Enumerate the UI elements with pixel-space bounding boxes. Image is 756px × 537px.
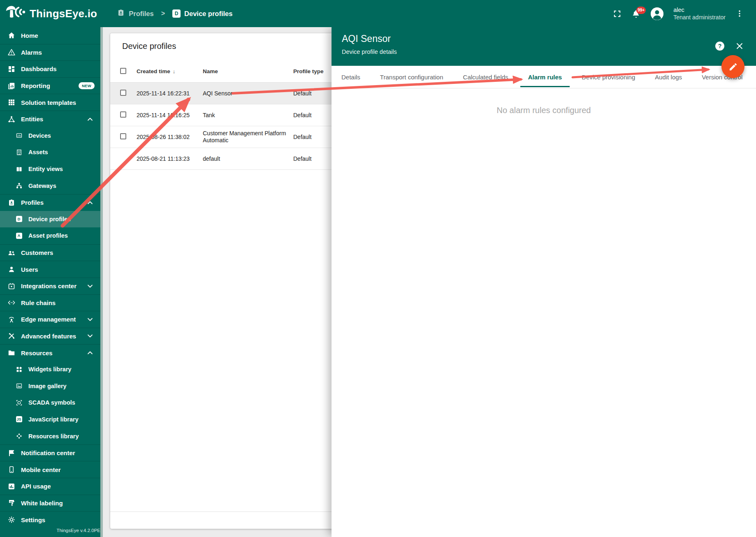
sidebar-item-javascript-library[interactable]: JSJavaScript library [0,411,100,428]
user-role: Tenant administrator [673,14,726,21]
tab-audit-logs[interactable]: Audit logs [645,66,692,88]
letter-A-icon: A [15,231,23,240]
chevron-down-icon [87,284,93,289]
sidebar-item-dashboards[interactable]: Dashboards [0,60,100,77]
app-logo[interactable]: ThingsEye.io [0,4,97,23]
notifications-bell-icon[interactable]: 99+ [631,9,641,19]
widgets-icon [15,365,23,373]
column-header-name[interactable]: Name [203,68,293,74]
breadcrumb-profiles[interactable]: Profiles [117,9,154,19]
sidebar-item-settings[interactable]: Settings [0,511,100,528]
table-row-tank[interactable]: 2025-11-14 16:16:25TankDefault [110,104,340,126]
new-badge: NEW [79,82,95,89]
drawer-tabs: DetailsTransport configurationCalculated… [332,66,756,88]
table-row-aqi-sensor[interactable]: 2025-11-14 16:22:31AQI SensorDefault [110,83,340,104]
table-row-default[interactable]: 2025-08-21 11:13:23defaultDefault [110,148,340,170]
sidebar-item-scada-symbols[interactable]: SCADA symbols [0,394,100,411]
sidebar-item-mobile-center[interactable]: Mobile center [0,461,100,478]
sidebar-item-label: Users [21,266,38,273]
row-checkbox[interactable] [120,90,126,96]
row-checkbox[interactable] [120,111,126,118]
dashboards-icon [7,65,16,73]
sidebar-item-label: White labeling [21,500,63,507]
drawer-header: AQI Sensor Device profile details ? [332,27,756,66]
sidebar-item-label: JavaScript library [28,416,79,423]
avatar[interactable] [651,7,663,20]
edit-fab[interactable] [721,55,744,78]
sidebar-item-resources[interactable]: Resources [0,344,100,361]
sidebar-item-home[interactable]: Home [0,27,100,44]
edge-icon [7,315,16,324]
sidebar-item-rule-chains[interactable]: Rule chains [0,294,100,311]
sidebar-item-widgets-library[interactable]: Widgets library [0,361,100,378]
profiles-icon [7,199,16,207]
settings-icon [7,516,16,524]
sidebar-item-label: SCADA symbols [28,399,75,406]
close-icon[interactable] [735,42,744,50]
device-profile-icon: D [172,9,181,18]
breadcrumb-device-profiles-label: Device profiles [184,10,232,18]
user-menu[interactable]: alec Tenant administrator [673,6,726,21]
table-row-customer-management-platform-automatic[interactable]: 2025-08-26 11:38:02Customer Management P… [110,126,340,148]
sidebar-item-edge-management[interactable]: Edge management [0,311,100,328]
sidebar-item-devices[interactable]: Devices [0,127,100,144]
cell-created-time: 2025-11-14 16:16:25 [137,112,203,118]
sidebar-item-alarms[interactable]: Alarms [0,44,100,61]
sidebar-item-image-gallery[interactable]: Image gallery [0,377,100,394]
sidebar-item-api-usage[interactable]: API usage [0,478,100,495]
profiles-badge-icon [117,9,125,19]
sidebar-item-label: Profiles [21,199,44,206]
sidebar-item-advanced-features[interactable]: Advanced features [0,328,100,345]
sidebar-item-white-labeling[interactable]: White labeling [0,495,100,512]
top-toolbar: ThingsEye.io Profiles > D Device profile… [0,0,756,27]
empty-state-text: No alarm rules configured [332,106,756,115]
sidebar-item-solution-templates[interactable]: Solution templates [0,94,100,111]
sidebar-item-label: Advanced features [21,333,76,340]
users-icon [7,265,16,273]
tab-transport-configuration[interactable]: Transport configuration [370,66,453,88]
sidebar-item-label: Resources library [28,433,79,440]
sidebar-item-label: Settings [21,516,45,523]
kebab-menu-icon[interactable] [735,9,744,18]
sort-desc-icon: ↓ [173,68,176,74]
help-icon[interactable]: ? [715,42,724,51]
sidebar-item-integrations-center[interactable]: Integrations center [0,278,100,294]
sidebar-item-customers[interactable]: Customers [0,244,100,261]
select-all-checkbox[interactable] [120,68,126,74]
reporting-icon [7,82,16,90]
sidebar-item-entities[interactable]: Entities [0,111,100,127]
sidebar-item-label: Dashboards [21,65,57,72]
sidebar-item-assets[interactable]: Assets [0,144,100,161]
sidebar-item-gateways[interactable]: Gateways [0,177,100,194]
sidebar-item-notification-center[interactable]: Notification center [0,444,100,461]
tab-alarm-rules[interactable]: Alarm rules [518,66,572,88]
sidebar-scrollbar[interactable] [100,27,103,537]
tab-device-provisioning[interactable]: Device provisioning [572,66,645,88]
letter-D-icon: D [15,215,23,223]
sidebar-item-asset-profiles[interactable]: AAsset profiles [0,227,100,244]
row-checkbox[interactable] [120,133,126,139]
cell-name: AQI Sensor [203,90,293,97]
tab-calculated-fields[interactable]: Calculated fields [453,66,518,88]
letter-JS-icon: JS [15,415,23,424]
home-icon [7,31,16,39]
sidebar-item-resources-library[interactable]: Resources library [0,428,100,444]
assets-icon [15,148,23,156]
sidebar-item-users[interactable]: Users [0,261,100,278]
breadcrumb-device-profiles[interactable]: D Device profiles [172,9,232,18]
alarm-rules-panel: No alarm rules configured [332,88,756,115]
sidebar-item-label: Assets [28,149,48,155]
sidebar-item-device-profiles[interactable]: DDevice profiles [0,211,100,228]
mobile-icon [7,465,16,474]
templates-icon [7,98,16,106]
sidebar-item-profiles[interactable]: Profiles [0,194,100,211]
fullscreen-icon[interactable] [613,9,621,18]
sidebar-item-entity-views[interactable]: Entity views [0,161,100,178]
table-header-row: Created time ↓ Name Profile type [110,60,340,83]
sidebar-item-reporting[interactable]: ReportingNEW [0,77,100,94]
sidebar-item-label: Rule chains [21,299,56,306]
tab-details[interactable]: Details [332,66,370,88]
column-header-created-time[interactable]: Created time ↓ [137,68,203,74]
sidebar-item-label: Mobile center [21,466,61,473]
drawer-title: AQI Sensor [342,33,756,44]
